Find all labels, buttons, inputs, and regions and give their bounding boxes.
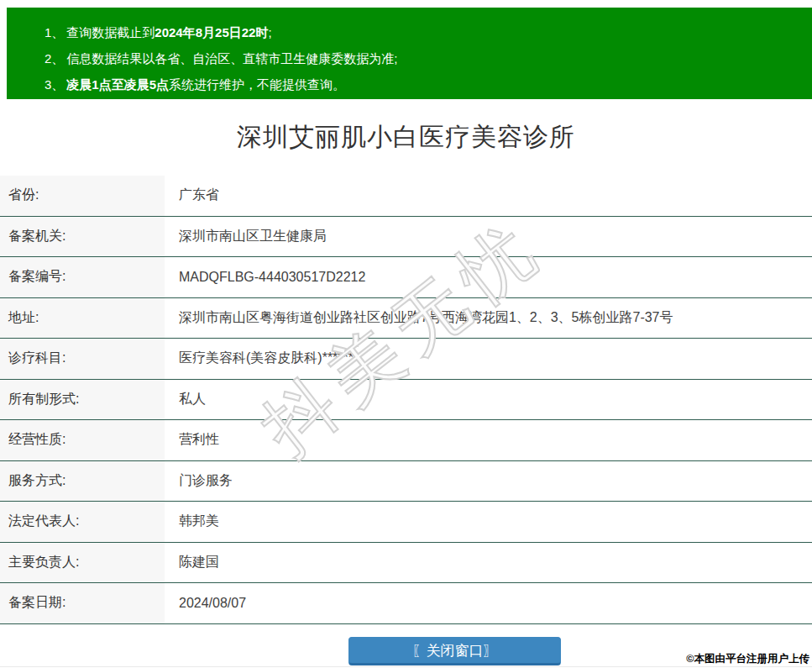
table-row-legal-representative: 法定代表人: 韩邦美 xyxy=(0,502,812,543)
table-row-filing-authority: 备案机关: 深圳市南山区卫生健康局 xyxy=(0,217,812,258)
notice-line-2: 2、信息数据结果以各省、自治区、直辖市卫生健康委数据为准; xyxy=(45,45,804,71)
row-label: 省份: xyxy=(0,176,165,216)
row-value: 门诊服务 xyxy=(165,461,812,502)
row-value: 营利性 xyxy=(165,420,812,460)
row-value: 广东省 xyxy=(165,176,812,216)
row-label: 备案编号: xyxy=(0,257,165,297)
row-label: 服务方式: xyxy=(0,461,165,502)
row-value: 2024/08/07 xyxy=(165,583,812,623)
row-label: 法定代表人: xyxy=(0,502,165,542)
table-row-principal: 主要负责人: 陈建国 xyxy=(0,543,812,584)
row-label: 经营性质: xyxy=(0,420,165,460)
close-window-button[interactable]: 〖关闭窗口〗 xyxy=(348,637,561,665)
title-container: 深圳艾丽肌小白医疗美容诊所 xyxy=(0,99,812,176)
clinic-info-table: 省份: 广东省 备案机关: 深圳市南山区卫生健康局 备案编号: MADQFLBG… xyxy=(0,176,812,624)
notice-text-bold: 2024年8月25日22时 xyxy=(155,25,268,39)
row-value: 深圳市南山区粤海街道创业路社区创业路7号西海湾花园1、2、3、5栋创业路7-37… xyxy=(165,298,812,339)
table-row-address: 地址: 深圳市南山区粤海街道创业路社区创业路7号西海湾花园1、2、3、5栋创业路… xyxy=(0,298,812,339)
notice-number: 3、 xyxy=(45,77,64,92)
notice-text-bold: 凌晨1点至凌晨5点 xyxy=(66,77,169,92)
row-value: 私人 xyxy=(165,380,812,420)
row-label: 地址: xyxy=(0,298,165,339)
row-label: 备案机关: xyxy=(0,217,165,257)
uploader-credit-watermark: ©本图由平台注册用户上传 xyxy=(686,652,809,666)
row-label: 诊疗科目: xyxy=(0,339,165,379)
row-value: MADQFLBG-444030517D2212 xyxy=(165,257,812,297)
page-bottom-divider xyxy=(0,666,812,667)
table-row-business-nature: 经营性质: 营利性 xyxy=(0,420,812,461)
row-label: 主要负责人: xyxy=(0,543,165,583)
notice-number: 1、 xyxy=(45,25,64,39)
notice-line-3: 3、凌晨1点至凌晨5点系统进行维护，不能提供查询。 xyxy=(45,71,804,97)
table-row-ownership: 所有制形式: 私人 xyxy=(0,380,812,421)
row-label: 备案日期: xyxy=(0,583,165,623)
table-row-filing-number: 备案编号: MADQFLBG-444030517D2212 xyxy=(0,257,812,298)
page-title: 深圳艾丽肌小白医疗美容诊所 xyxy=(237,120,575,155)
notice-text: ; xyxy=(268,25,271,39)
table-row-service-mode: 服务方式: 门诊服务 xyxy=(0,461,812,502)
notice-banner: 1、查询数据截止到2024年8月25日22时; 2、信息数据结果以各省、自治区、… xyxy=(7,8,812,99)
table-row-departments: 诊疗科目: 医疗美容科(美容皮肤科)****** xyxy=(0,339,812,380)
notice-text: 查询数据截止到 xyxy=(66,25,155,39)
notice-text: 信息数据结果以各省、自治区、直辖市卫生健康委数据为准; xyxy=(66,51,397,66)
row-value: 陈建国 xyxy=(165,543,812,583)
row-label: 所有制形式: xyxy=(0,380,165,420)
table-row-province: 省份: 广东省 xyxy=(0,176,812,217)
table-row-filing-date: 备案日期: 2024/08/07 xyxy=(0,583,812,624)
row-value: 韩邦美 xyxy=(165,502,812,542)
row-value: 深圳市南山区卫生健康局 xyxy=(165,217,812,257)
notice-text: 系统进行维护，不能提供查询。 xyxy=(169,77,345,92)
row-value: 医疗美容科(美容皮肤科)****** xyxy=(165,339,812,379)
notice-line-1: 1、查询数据截止到2024年8月25日22时; xyxy=(45,19,804,45)
notice-number: 2、 xyxy=(45,51,64,66)
